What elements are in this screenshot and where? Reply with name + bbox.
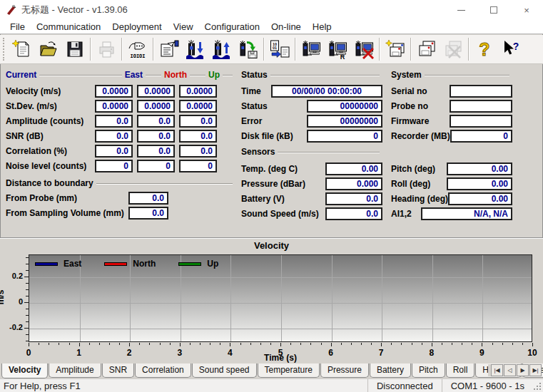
field-value-text: 00/00/00 00:00:00 [292,86,362,96]
app-icon [6,4,17,16]
retrieve-data-disabled-icon [443,39,463,59]
velocity-m-s-value-0: 0.0000 [95,85,133,98]
start-recorder-deployment-icon [238,39,258,59]
x-tick [512,343,513,345]
st-dev-m-s-value-1: 0.0000 [137,100,175,113]
menu-item-configuration[interactable]: Configuration [199,20,265,33]
battery-v-label: Battery (V) [241,194,325,204]
toolbar-start-collection-button[interactable] [182,36,208,62]
tab-scroll-last-button[interactable]: ▶| [529,364,542,376]
menu-item-on-line[interactable]: On-line [265,20,307,33]
temp-deg-c-value: 0.00 [325,163,382,175]
st-dev-m-s-value-0: 0.0000 [95,100,133,113]
legend-swatch-up [178,262,201,266]
toolbar-stop-collection-button[interactable] [208,36,235,62]
tab-pitch[interactable]: Pitch [412,363,445,378]
maximize-icon [490,6,497,14]
tab-battery[interactable]: Battery [370,363,411,378]
toolbar-deployment-planning-button[interactable] [156,36,182,62]
toolbar-connect-recorder-button[interactable] [324,36,350,62]
toolbar-convert-binary-button[interactable] [266,36,293,62]
tab-roll[interactable]: Roll [446,363,475,378]
statusbar-help-text: For Help, press F1 [0,381,367,391]
system-row: Probe no [391,98,512,113]
x-tick [401,343,402,345]
toolbar-retrieve-data-button[interactable] [413,36,440,62]
current-row: St.Dev. (m/s)0.00000.00000.0000 [6,98,235,113]
tab-velocity[interactable]: Velocity [1,363,48,378]
legend-label-east: East [64,259,81,269]
deployment-planning-icon [159,39,179,59]
field-value-text: 0 [208,161,213,171]
toolbar-gripper[interactable] [3,38,6,61]
toolbar-erase-recorder-button[interactable] [382,36,408,62]
current-header-label: Current [6,70,36,80]
from-sampling-volume-mm-label: From Sampling Volume (mm) [6,208,128,218]
recorder-mb-label: Recorder (MB) [391,131,450,141]
x-tick [502,343,503,345]
tab-snr[interactable]: SNR [102,363,134,378]
error-label: Error [241,116,307,126]
toolbar-help-about-button[interactable] [471,36,497,62]
toolbar-new-file-button[interactable] [9,36,35,62]
toolbar-open-file-button[interactable] [35,36,61,62]
tab-sound-speed[interactable]: Sound speed [192,363,257,378]
tab-pressure[interactable]: Pressure [320,363,369,378]
current-header: CurrentEastNorthUp [6,69,235,81]
toolbar-serial-port-button[interactable] [124,36,151,62]
battery-v-value: 0.0 [325,192,382,205]
y-tick [24,302,29,303]
x-tick [149,343,150,345]
toolbar-connect-button[interactable] [298,36,324,62]
menu-item-view[interactable]: View [168,20,199,33]
open-file-icon [39,39,59,59]
maximize-button[interactable] [477,0,510,20]
x-tick [250,343,251,345]
field-value-text: 00000000 [340,116,378,126]
tab-temperature[interactable]: Temperature [258,363,320,378]
menu-item-deployment[interactable]: Deployment [106,20,167,33]
tab-scroll-next-button[interactable]: ▶ [517,364,529,376]
status-row: Status00000000 [241,98,382,113]
toolbar-disconnect-button[interactable] [350,36,377,62]
close-button[interactable]: × [510,0,543,20]
menu-item-communication[interactable]: Communication [31,20,106,33]
toolbar-context-help-button[interactable] [497,36,524,62]
x-tick [170,343,171,345]
time-value: 00/00/00 00:00:00 [271,85,382,98]
system-row: Serial no [391,83,512,98]
current-header-line [223,75,233,76]
y-tick [26,309,29,309]
tab-scroll-prev-button[interactable]: ◁ [504,364,516,376]
tab-scroll-first-button[interactable]: |◀ [491,364,503,376]
field-value-text: 0.0 [158,131,171,141]
toolbar-start-recorder-deployment-button[interactable] [235,36,261,62]
menu-item-file[interactable]: File [4,20,31,33]
x-tick [69,343,70,345]
x-tick [180,343,181,346]
menu-item-help[interactable]: Help [307,20,338,33]
resize-grip[interactable] [533,379,543,392]
tab-correlation[interactable]: Correlation [135,363,191,378]
probe-no-label: Probe no [391,101,450,111]
attitude-row: Pitch (deg)0.00 [391,161,512,176]
y-tick [24,277,29,277]
minimize-button[interactable] [445,0,477,20]
x-tick [129,343,130,346]
roll-deg-label: Roll (deg) [391,179,447,189]
field-value-text: 0.0 [201,146,213,156]
plot-area[interactable]: EastNorthUp [29,254,532,342]
column-header-north: North [164,70,187,80]
legend-swatch-north [104,262,127,266]
field-value-text: 0.0 [158,116,171,126]
snr-db-value-1: 0.0 [137,130,175,143]
current-row: Correlation (%)0.00.00.0 [6,143,235,158]
heading-deg-label: Heading (deg) [391,194,448,204]
current-row: Velocity (m/s)0.00000.00000.0000 [6,83,235,98]
field-value-text: 0.0 [116,146,128,156]
tab-amplitude[interactable]: Amplitude [49,363,101,378]
amplitude-counts-label: Amplitude (counts) [6,116,95,126]
minimize-icon [457,10,465,11]
boundary-row: From Sampling Volume (mm)0.0 [6,205,235,220]
toolbar-save-file-button[interactable] [61,36,88,62]
